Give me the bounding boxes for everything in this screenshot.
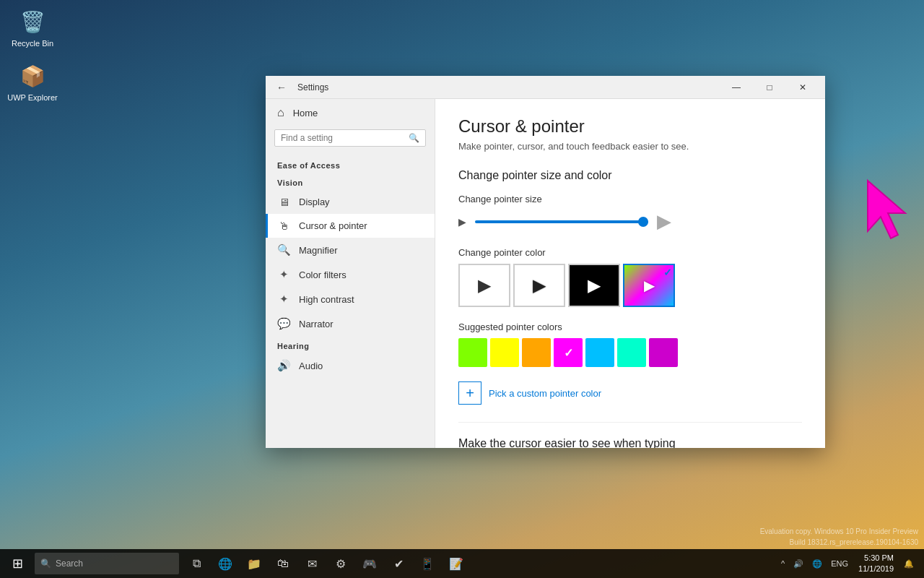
pointer-color-label: Change pointer color xyxy=(458,247,802,258)
magenta-selected-check: ✓ xyxy=(564,346,573,360)
pointer-size-label: Change pointer size xyxy=(458,194,802,204)
custom-color-row[interactable]: + Pick a custom pointer color xyxy=(458,379,802,407)
settings-icon[interactable]: ⚙ xyxy=(326,549,355,578)
display-icon: 🖥 xyxy=(277,196,290,208)
magnifier-icon: 🔍 xyxy=(277,243,290,256)
plus-box-icon: + xyxy=(458,381,481,405)
sug-color-teal[interactable] xyxy=(617,338,646,367)
narrator-icon: 💬 xyxy=(277,317,290,330)
custom-cursor-icon: ▶ xyxy=(644,277,655,294)
pointer-color-white[interactable]: ▶ xyxy=(458,264,510,307)
pointer-color-black-outline[interactable]: ▶ xyxy=(513,264,565,307)
window-controls: — □ ✕ xyxy=(720,76,819,99)
sug-color-cyan[interactable] xyxy=(585,338,614,367)
section-divider xyxy=(458,422,802,423)
custom-color-label: Pick a custom pointer color xyxy=(489,388,601,399)
maximize-button[interactable]: □ xyxy=(753,76,786,99)
vision-section-label: Vision xyxy=(266,173,435,190)
pointer-large-preview: ▶ xyxy=(657,210,671,233)
audio-icon: 🔊 xyxy=(277,359,290,372)
taskbar-clock: 5:30 PM 11/1/2019 xyxy=(853,553,899,575)
suggested-colors-label: Suggested pointer colors xyxy=(458,322,802,332)
sidebar-item-narrator[interactable]: 💬 Narrator xyxy=(266,311,435,336)
sidebar-item-cursor-pointer[interactable]: 🖱 Cursor & pointer xyxy=(266,214,435,238)
page-title: Cursor & pointer xyxy=(458,116,802,137)
sidebar: ⌂ Home 🔍 Ease of Access Vision 🖥 Display… xyxy=(266,99,435,448)
back-button[interactable]: ← xyxy=(271,77,292,98)
xbox-icon[interactable]: 🎮 xyxy=(355,549,384,578)
phone-icon[interactable]: 📱 xyxy=(413,549,442,578)
slider-thumb[interactable] xyxy=(638,217,648,227)
sidebar-item-magnifier[interactable]: 🔍 Magnifier xyxy=(266,238,435,262)
black-fill-cursor-icon: ▶ xyxy=(588,275,601,296)
taskbar-pinned-icons: ⧉ 🌐 📁 🛍 ✉ ⚙ 🎮 ✔ 📱 📝 xyxy=(182,549,471,578)
tray-chevron[interactable]: ^ xyxy=(777,559,789,568)
pointer-size-slider-container: ▶ ▶ xyxy=(458,210,802,233)
sidebar-search-icon: 🔍 xyxy=(409,133,419,143)
sug-color-purple[interactable] xyxy=(649,338,678,367)
close-button[interactable]: ✕ xyxy=(786,76,819,99)
sidebar-item-color-filters[interactable]: ✦ Color filters xyxy=(266,262,435,287)
sug-color-magenta[interactable]: ✓ xyxy=(554,338,583,367)
sidebar-item-display[interactable]: 🖥 Display xyxy=(266,190,435,214)
edge-icon[interactable]: 🌐 xyxy=(211,549,240,578)
sidebar-item-audio[interactable]: 🔊 Audio xyxy=(266,353,435,378)
sidebar-item-high-contrast[interactable]: ✦ High contrast xyxy=(266,287,435,311)
white-cursor-icon: ▶ xyxy=(478,275,491,296)
ease-of-access-label: Ease of Access xyxy=(266,155,435,173)
selected-checkmark: ✓ xyxy=(663,267,672,278)
high-contrast-icon: ✦ xyxy=(277,293,290,306)
hearing-section-label: Hearing xyxy=(266,336,435,353)
sug-color-yellow[interactable] xyxy=(490,338,519,367)
pointer-color-options: ▶ ▶ ▶ ▶ ✓ xyxy=(458,264,802,307)
titlebar: ← Settings — □ ✕ xyxy=(266,76,825,99)
pointer-color-custom[interactable]: ▶ ✓ xyxy=(623,264,675,307)
recycle-bin-icon[interactable]: 🗑️ Recycle Bin xyxy=(7,7,58,48)
file-explorer-icon[interactable]: 📁 xyxy=(240,549,269,578)
tray-volume[interactable]: 🔊 xyxy=(789,559,808,569)
store-icon[interactable]: 🛍 xyxy=(269,549,297,578)
pointer-size-slider[interactable] xyxy=(475,220,648,223)
main-content: Cursor & pointer Make pointer, cursor, a… xyxy=(435,99,825,448)
black-outline-cursor-icon: ▶ xyxy=(533,275,546,296)
sidebar-search-container: 🔍 xyxy=(274,129,426,147)
color-filters-icon: ✦ xyxy=(277,268,290,281)
section2-title: Make the cursor easier to see when typin… xyxy=(458,437,802,448)
sidebar-home[interactable]: ⌂ Home xyxy=(266,99,435,126)
titlebar-label: Settings xyxy=(297,82,720,92)
uwp-explorer-icon[interactable]: 📦 UWP Explorer xyxy=(7,61,58,102)
sidebar-search-input[interactable] xyxy=(281,133,409,143)
sticky-icon[interactable]: 📝 xyxy=(442,549,471,578)
start-button[interactable]: ⊞ xyxy=(0,549,35,578)
tray-network[interactable]: 🌐 xyxy=(808,559,827,569)
taskbar: ⊞ 🔍 Search ⧉ 🌐 📁 🛍 ✉ ⚙ 🎮 ✔ 📱 📝 ^ 🔊 🌐 ENG… xyxy=(0,549,924,578)
section1-title: Change pointer size and color xyxy=(458,169,802,182)
suggested-colors-container: ✓ xyxy=(458,338,802,367)
taskbar-search[interactable]: 🔍 Search xyxy=(35,553,179,574)
pointer-color-black-fill[interactable]: ▶ xyxy=(568,264,620,307)
window-body: ⌂ Home 🔍 Ease of Access Vision 🖥 Display… xyxy=(266,99,825,448)
taskbar-tray: ^ 🔊 🌐 ENG 5:30 PM 11/1/2019 🔔 xyxy=(777,553,924,575)
taskbar-search-text: Search xyxy=(56,558,83,569)
cursor-pointer-icon: 🖱 xyxy=(277,220,290,232)
pointer-small-preview: ▶ xyxy=(458,216,466,228)
task-view-button[interactable]: ⧉ xyxy=(182,549,211,578)
taskbar-search-icon: 🔍 xyxy=(40,558,51,569)
tray-lang[interactable]: ENG xyxy=(827,559,853,568)
home-icon: ⌂ xyxy=(277,106,284,119)
notification-button[interactable]: 🔔 xyxy=(899,559,918,569)
mail-icon[interactable]: ✉ xyxy=(297,549,326,578)
page-subtitle: Make pointer, cursor, and touch feedback… xyxy=(458,141,802,152)
sug-color-orange[interactable] xyxy=(522,338,551,367)
sug-color-yellow-green[interactable] xyxy=(458,338,487,367)
minimize-button[interactable]: — xyxy=(720,76,753,99)
todo-icon[interactable]: ✔ xyxy=(384,549,413,578)
settings-window: ← Settings — □ ✕ ⌂ Home 🔍 Ease of Access… xyxy=(266,76,825,448)
eval-text: Evaluation copy. Windows 10 Pro Insider … xyxy=(760,526,918,548)
